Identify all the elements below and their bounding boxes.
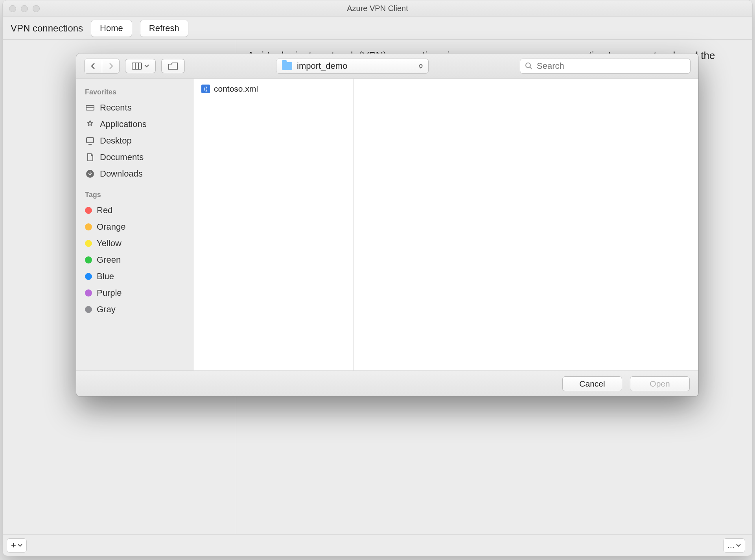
svg-line-4 [530,67,532,69]
path-label: import_demo [297,61,347,71]
recents-icon [85,103,95,113]
chevron-down-icon [736,543,741,548]
home-button[interactable]: Home [91,20,132,37]
view-mode-button[interactable] [125,59,156,73]
sidebar-item-recents[interactable]: Recents [76,99,194,116]
chevron-left-icon [90,63,96,70]
more-button[interactable]: ... [723,538,745,553]
back-button[interactable] [85,59,102,73]
desktop-icon [85,136,95,146]
file-list-column: ⟨⟩ contoso.xml [194,79,354,370]
tag-label: Green [97,255,121,265]
preview-column [354,79,698,370]
tag-yellow[interactable]: Yellow [76,235,194,252]
open-file-dialog: import_demo Favorites Recents [76,53,698,396]
favorites-header: Favorites [76,86,194,99]
documents-icon [85,152,95,162]
applications-icon [85,119,95,129]
group-button[interactable] [161,59,185,73]
sidebar-item-label: Applications [100,119,147,129]
path-popup[interactable]: import_demo [276,59,429,74]
tag-dot-icon [85,306,92,313]
tag-green[interactable]: Green [76,252,194,268]
tag-blue[interactable]: Blue [76,268,194,285]
tag-gray[interactable]: Gray [76,301,194,318]
svg-rect-0 [132,63,142,69]
sidebar-item-label: Recents [100,103,132,113]
bottom-bar: + ... [3,534,752,556]
downloads-icon [85,169,95,179]
sidebar-item-desktop[interactable]: Desktop [76,133,194,149]
sidebar-item-documents[interactable]: Documents [76,149,194,166]
titlebar: Azure VPN Client [3,0,752,17]
add-button[interactable]: + [7,538,27,553]
vpn-connections-label: VPN connections [11,23,83,34]
tag-dot-icon [85,223,92,230]
tag-purple[interactable]: Purple [76,285,194,301]
chevron-down-icon [18,543,22,548]
svg-point-3 [526,63,530,68]
search-input[interactable] [537,61,685,71]
file-item[interactable]: ⟨⟩ contoso.xml [194,83,354,95]
forward-button[interactable] [102,59,119,73]
tag-label: Red [97,205,112,216]
columns-icon [132,63,142,70]
dialog-body: Favorites Recents Applications Desktop [76,79,698,370]
chevron-down-icon [144,64,149,68]
tag-label: Yellow [97,238,122,249]
tag-dot-icon [85,289,92,297]
tags-header: Tags [76,188,194,202]
sidebar-item-label: Desktop [100,136,132,146]
tag-dot-icon [85,256,92,263]
plus-icon: + [11,540,16,551]
tag-label: Orange [97,222,125,232]
cancel-button[interactable]: Cancel [562,376,622,391]
folder-outline-icon [168,62,178,70]
xml-file-icon: ⟨⟩ [201,85,210,93]
navigation-segmented [84,59,120,74]
svg-rect-7 [87,138,94,143]
sidebar-item-label: Documents [100,152,144,162]
app-toolbar: VPN connections Home Refresh [3,17,752,40]
tag-dot-icon [85,240,92,247]
tag-label: Purple [97,288,122,298]
folder-icon [282,62,292,70]
dialog-footer: Cancel Open [76,370,698,396]
dialog-toolbar: import_demo [76,53,698,79]
tag-label: Gray [97,304,116,315]
sidebar-item-downloads[interactable]: Downloads [76,166,194,182]
tag-label: Blue [97,271,114,282]
tag-red[interactable]: Red [76,202,194,219]
tag-orange[interactable]: Orange [76,219,194,235]
sidebar-item-applications[interactable]: Applications [76,116,194,133]
tag-dot-icon [85,207,92,214]
tag-dot-icon [85,273,92,280]
dialog-sidebar: Favorites Recents Applications Desktop [76,79,194,370]
window-title: Azure VPN Client [3,4,752,13]
search-field[interactable] [520,59,691,74]
open-button[interactable]: Open [630,376,690,391]
refresh-button[interactable]: Refresh [140,20,188,37]
search-icon [525,62,533,70]
file-name: contoso.xml [214,84,258,94]
updown-icon [419,64,423,68]
ellipsis-icon: ... [727,540,735,551]
chevron-right-icon [108,63,114,70]
sidebar-item-label: Downloads [100,169,143,179]
